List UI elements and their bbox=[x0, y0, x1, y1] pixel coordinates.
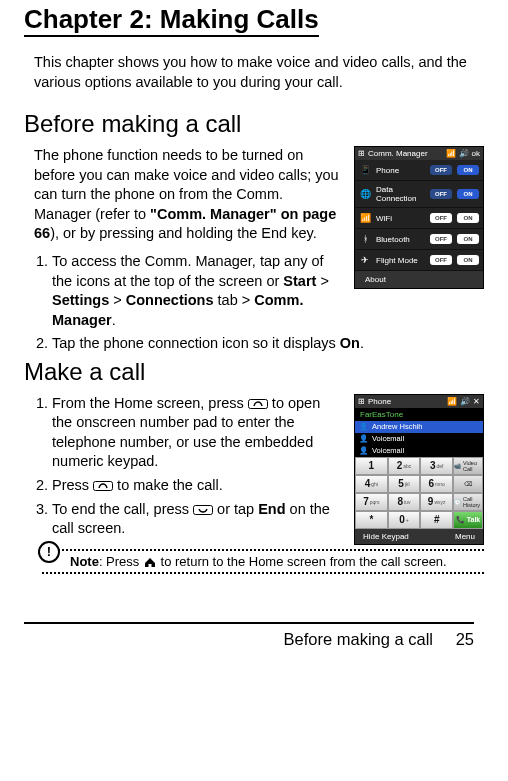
row-icon: ᚼ bbox=[359, 233, 371, 245]
about-button: About bbox=[365, 275, 386, 284]
keypad-key: 3def bbox=[420, 457, 453, 475]
before-call-paragraph: The phone function needs to be turned on… bbox=[34, 146, 344, 244]
off-pill: OFF bbox=[430, 255, 452, 265]
contact-row: 👤Voicemail bbox=[355, 445, 483, 457]
keypad-key: 7pqrs bbox=[355, 493, 388, 511]
signal-icon: 📶 bbox=[446, 149, 456, 158]
talk-button: 📞Talk bbox=[453, 511, 483, 529]
row-icon: ✈ bbox=[359, 254, 371, 266]
on-pill: ON bbox=[457, 165, 479, 175]
keypad-key: 2abc bbox=[388, 457, 421, 475]
toggle-row: ᚼBluetoothOFFON bbox=[355, 229, 483, 250]
list-item: From the Home screen, press to open the … bbox=[52, 394, 344, 472]
keypad-key: 6mno bbox=[420, 475, 453, 493]
row-label: Phone bbox=[376, 166, 425, 175]
on-pill: ON bbox=[457, 213, 479, 223]
svg-rect-0 bbox=[248, 399, 267, 408]
signal-icon: 📶 bbox=[447, 397, 457, 406]
screenshot-phone-dialer: ⊞ Phone 📶 🔊 ✕ FarEasTone 👤Andrew Hschih👤… bbox=[354, 394, 484, 545]
ok-button: ok bbox=[472, 149, 480, 158]
keypad-key: 8tuv bbox=[388, 493, 421, 511]
person-icon: 👤 bbox=[359, 434, 368, 443]
row-label: WiFi bbox=[376, 214, 425, 223]
screenshot-comm-manager: ⊞ Comm. Manager 📶 🔊 ok 📱PhoneOFFON🌐Data … bbox=[354, 146, 484, 289]
on-pill: ON bbox=[457, 255, 479, 265]
note-icon: ! bbox=[38, 541, 60, 563]
person-icon: 👤 bbox=[359, 422, 368, 431]
list-item: Press to make the call. bbox=[52, 476, 344, 496]
home-key-icon bbox=[143, 557, 157, 568]
footer-section-title: Before making a call bbox=[284, 630, 434, 648]
svg-rect-1 bbox=[94, 482, 113, 491]
app-icon: ⊞ bbox=[358, 149, 365, 158]
contact-row: 👤Andrew Hschih bbox=[355, 421, 483, 433]
row-icon: 🌐 bbox=[359, 188, 371, 200]
menu-button: Menu bbox=[455, 532, 475, 541]
hide-keypad-button: Hide Keypad bbox=[363, 532, 409, 541]
call-key-icon bbox=[93, 481, 113, 491]
window-title: Phone bbox=[368, 397, 391, 406]
page-number: 25 bbox=[456, 630, 474, 648]
carrier-label: FarEasTone bbox=[355, 408, 483, 421]
keypad-key: 1 bbox=[355, 457, 388, 475]
off-pill: OFF bbox=[430, 189, 452, 199]
svg-rect-2 bbox=[194, 505, 213, 514]
row-label: Flight Mode bbox=[376, 256, 425, 265]
speaker-icon: 🔊 bbox=[460, 397, 470, 406]
contact-row: 👤Voicemail bbox=[355, 433, 483, 445]
chapter-intro: This chapter shows you how to make voice… bbox=[24, 53, 484, 92]
keypad-key: 5jkl bbox=[388, 475, 421, 493]
off-pill: OFF bbox=[430, 165, 452, 175]
speaker-icon: 🔊 bbox=[459, 149, 469, 158]
keypad-key: 0+ bbox=[388, 511, 421, 529]
end-key-icon bbox=[193, 505, 213, 515]
section-heading-before-call: Before making a call bbox=[24, 110, 484, 138]
section-heading-make-call: Make a call bbox=[24, 358, 484, 386]
app-icon: ⊞ bbox=[358, 397, 365, 406]
row-icon: 📶 bbox=[359, 212, 371, 224]
note-box: ! Note: Press to return to the Home scre… bbox=[42, 549, 484, 574]
call-key-icon bbox=[248, 399, 268, 409]
page-footer: Before making a call 25 bbox=[24, 622, 474, 649]
list-item: To access the Comm. Manager, tap any of … bbox=[52, 252, 344, 330]
keypad-key: * bbox=[355, 511, 388, 529]
on-pill: ON bbox=[457, 234, 479, 244]
chapter-title: Chapter 2: Making Calls bbox=[24, 4, 319, 37]
video-call-button: 📹Video Call bbox=[453, 457, 483, 475]
row-label: Data Connection bbox=[376, 185, 425, 203]
off-pill: OFF bbox=[430, 213, 452, 223]
close-icon: ✕ bbox=[473, 397, 480, 406]
row-label: Bluetooth bbox=[376, 235, 425, 244]
backspace-button: ⌫ bbox=[453, 475, 483, 493]
list-item: Tap the phone connection icon so it disp… bbox=[52, 334, 484, 354]
keypad-key: 4ghi bbox=[355, 475, 388, 493]
toggle-row: ✈Flight ModeOFFON bbox=[355, 250, 483, 271]
row-icon: 📱 bbox=[359, 164, 371, 176]
person-icon: 👤 bbox=[359, 446, 368, 455]
toggle-row: 🌐Data ConnectionOFFON bbox=[355, 181, 483, 208]
keypad-key: # bbox=[420, 511, 453, 529]
window-title: Comm. Manager bbox=[368, 149, 428, 158]
call-history-button: 🕓Call History bbox=[453, 493, 483, 511]
toggle-row: 📶WiFiOFFON bbox=[355, 208, 483, 229]
list-item: To end the call, press or tap End on the… bbox=[52, 500, 344, 539]
on-pill: ON bbox=[457, 189, 479, 199]
toggle-row: 📱PhoneOFFON bbox=[355, 160, 483, 181]
keypad-key: 9wxyz bbox=[420, 493, 453, 511]
off-pill: OFF bbox=[430, 234, 452, 244]
